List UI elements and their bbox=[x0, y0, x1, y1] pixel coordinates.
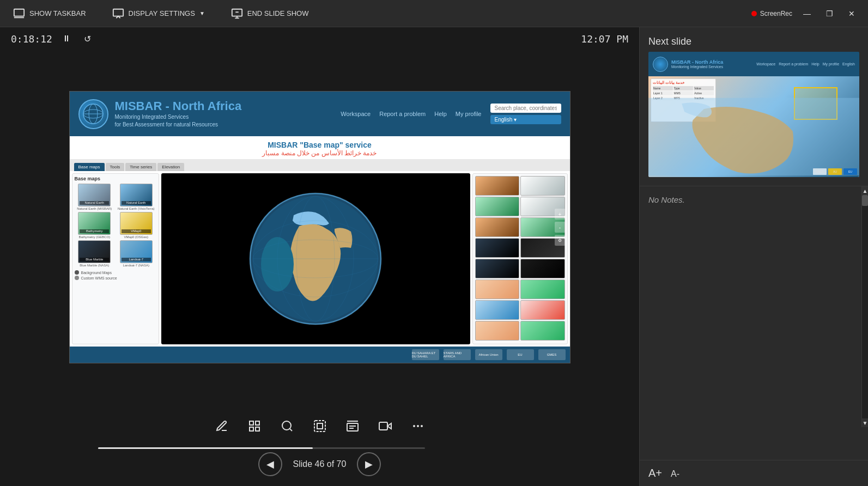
right-map-1[interactable] bbox=[475, 176, 520, 196]
svg-line-27 bbox=[289, 429, 292, 431]
svg-rect-2 bbox=[113, 9, 123, 16]
timer-bar: 0:18:12 ⏸ ↺ 12:07 PM bbox=[0, 27, 639, 50]
svg-rect-29 bbox=[317, 423, 323, 429]
right-map-9[interactable] bbox=[475, 259, 520, 278]
slide-title: MISBAR - North Africa bbox=[115, 99, 335, 113]
map-thumb-5: Blue Marble bbox=[78, 240, 111, 263]
map-item-5[interactable]: Blue Marble Blue Marble (NASA) bbox=[75, 240, 115, 267]
slide-content-area: Base maps Natural Earth Natural Earth (M… bbox=[70, 171, 570, 347]
tab-tools[interactable]: Tools bbox=[106, 163, 125, 171]
more-options-button[interactable] bbox=[406, 415, 430, 437]
minimize-button[interactable]: — bbox=[799, 7, 815, 20]
slide-language-selector[interactable]: English ▾ bbox=[490, 115, 561, 124]
progress-bar bbox=[98, 447, 425, 449]
nav-report[interactable]: Report a problem bbox=[379, 111, 426, 117]
pause-button[interactable]: ⏸ bbox=[59, 33, 74, 45]
search-tool-button[interactable] bbox=[275, 415, 299, 437]
globe-svg bbox=[245, 188, 386, 330]
notes-scrollbar[interactable]: ▲ ▼ bbox=[861, 186, 868, 427]
right-map-12[interactable] bbox=[520, 280, 565, 299]
dropdown-arrow: ▼ bbox=[199, 10, 205, 16]
next-slide-button[interactable]: ▶ bbox=[357, 452, 381, 476]
scroll-down-button[interactable]: ▼ bbox=[862, 418, 868, 427]
right-map-7[interactable] bbox=[475, 238, 520, 258]
slide-counter: Slide 46 of 70 bbox=[293, 459, 347, 469]
map-thumb-1: Natural Earth bbox=[78, 184, 111, 206]
slide-search-input[interactable] bbox=[490, 104, 561, 113]
right-map-2[interactable] bbox=[520, 176, 565, 196]
elapsed-time: 0:18:12 bbox=[11, 33, 52, 45]
next-thumb-body: خدمة بيانات اليبانات Name Type Value Lay… bbox=[648, 76, 859, 177]
nav-help[interactable]: Help bbox=[434, 111, 447, 117]
slide-logo bbox=[78, 99, 108, 129]
next-slide-logos: GMES AU EU bbox=[813, 168, 857, 175]
footer-badge-1: DU SAHARA ET DU SAHEL bbox=[412, 349, 439, 360]
slide-frame: MISBAR - North Africa Monitoring Integra… bbox=[69, 91, 570, 363]
scrollbar-thumb[interactable] bbox=[862, 195, 868, 206]
font-decrease-button[interactable]: A- bbox=[671, 467, 679, 479]
next-slide-header: Next slide bbox=[640, 27, 868, 52]
recording-indicator bbox=[751, 11, 757, 16]
grid-tool-button[interactable] bbox=[242, 415, 266, 437]
map-thumb-4: VMap0 bbox=[120, 212, 153, 235]
tab-time-series[interactable]: Time series bbox=[125, 163, 156, 171]
tab-basemaps[interactable]: Base maps bbox=[74, 163, 105, 171]
slide-main-title: MISBAR "Base map" service bbox=[78, 141, 561, 149]
svg-rect-34 bbox=[379, 422, 387, 430]
reset-button[interactable]: ↺ bbox=[81, 33, 94, 45]
slide-subtitle-2: for Best Assessment for natural Resource… bbox=[115, 121, 335, 129]
slide-nav: Workspace Report a problem Help My profi… bbox=[341, 104, 561, 124]
nav-workspace[interactable]: Workspace bbox=[341, 111, 371, 117]
slide-display: MISBAR - North Africa Monitoring Integra… bbox=[0, 50, 639, 404]
right-map-15[interactable] bbox=[475, 321, 520, 341]
slide-panel: 0:18:12 ⏸ ↺ 12:07 PM bbox=[0, 27, 639, 486]
slide-globe: + - ⚙ bbox=[161, 173, 470, 344]
close-button[interactable]: ✕ bbox=[844, 7, 859, 20]
right-map-13[interactable] bbox=[475, 300, 520, 320]
show-taskbar-button[interactable]: SHOW TASKBAR bbox=[9, 5, 90, 22]
maximize-button[interactable]: ❐ bbox=[822, 7, 837, 20]
right-map-11[interactable] bbox=[475, 280, 520, 299]
font-increase-button[interactable]: A+ bbox=[648, 467, 662, 479]
captions-tool-button[interactable] bbox=[341, 415, 365, 437]
pointer-tool-button[interactable] bbox=[308, 415, 332, 437]
svg-marker-33 bbox=[387, 423, 391, 429]
end-slideshow-button[interactable]: END SLIDE SHOW bbox=[227, 5, 313, 22]
prev-slide-button[interactable]: ◀ bbox=[258, 452, 282, 476]
right-map-10[interactable] bbox=[520, 259, 565, 278]
main-layout: 0:18:12 ⏸ ↺ 12:07 PM bbox=[0, 27, 868, 486]
svg-rect-24 bbox=[250, 427, 253, 431]
camera-tool-button[interactable] bbox=[373, 415, 397, 437]
footer-badge-3: African Union bbox=[475, 349, 502, 360]
search-icon bbox=[281, 420, 294, 433]
right-map-16[interactable] bbox=[520, 321, 565, 341]
slide-header: MISBAR - North Africa Monitoring Integra… bbox=[70, 92, 570, 136]
right-map-3[interactable] bbox=[475, 197, 520, 216]
map-item-4[interactable]: VMap0 VMap0 (OSGeo) bbox=[116, 212, 156, 239]
map-item-3[interactable]: Bathymetry Bathymetry (GEBCO) bbox=[75, 212, 115, 239]
end-slideshow-icon bbox=[231, 8, 243, 20]
display-settings-button[interactable]: DISPLAY SETTINGS ▼ bbox=[108, 5, 209, 22]
svg-rect-28 bbox=[314, 421, 325, 432]
slide-header-text: MISBAR - North Africa Monitoring Integra… bbox=[115, 99, 335, 129]
map-item-6[interactable]: Landsat-7 Landsat-7 (NASA) bbox=[116, 240, 156, 267]
svg-rect-23 bbox=[256, 421, 259, 425]
svg-rect-22 bbox=[250, 421, 253, 425]
toolbar bbox=[0, 404, 639, 448]
right-map-14[interactable] bbox=[520, 300, 565, 320]
svg-point-26 bbox=[282, 421, 291, 430]
tab-elevation[interactable]: Elevation bbox=[157, 163, 184, 171]
slide-left-maps-panel: Base maps Natural Earth Natural Earth (M… bbox=[72, 173, 159, 344]
pen-tool-button[interactable] bbox=[210, 415, 234, 437]
map-item-2[interactable]: Natural Earth Natural Earth (VisioTerra) bbox=[116, 184, 156, 210]
slide-main-subtitle: خدمة خرائط الأساس من خلال منصة مسبار bbox=[78, 149, 561, 157]
map-item-1[interactable]: Natural Earth Natural Earth (MISBAR) bbox=[75, 184, 115, 210]
nav-profile[interactable]: My profile bbox=[456, 111, 482, 117]
right-map-5[interactable] bbox=[475, 217, 520, 237]
scroll-up-button[interactable]: ▲ bbox=[862, 186, 868, 195]
progress-fill bbox=[98, 447, 313, 449]
notes-section: No Notes. ▲ ▼ bbox=[640, 186, 868, 460]
map-thumb-3: Bathymetry bbox=[78, 212, 111, 235]
svg-point-35 bbox=[417, 426, 418, 427]
nav-bar: ◀ Slide 46 of 70 ▶ bbox=[0, 448, 639, 486]
